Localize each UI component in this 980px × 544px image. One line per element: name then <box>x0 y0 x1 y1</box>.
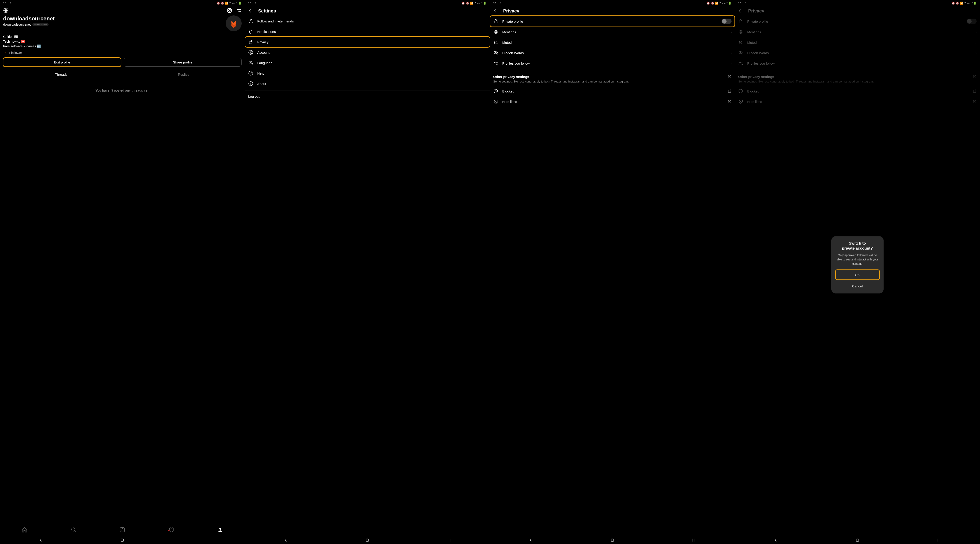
svg-rect-34 <box>611 539 614 541</box>
svg-rect-10 <box>121 539 124 541</box>
privacy-label: Hidden Words <box>503 51 524 55</box>
globe-icon[interactable] <box>3 8 9 13</box>
instagram-icon[interactable] <box>227 8 232 13</box>
privacy-item-muted[interactable]: Muted › <box>490 37 735 48</box>
dialog-title-line1: Switch to <box>835 241 880 246</box>
settings-label: Language <box>257 61 272 65</box>
settings-item-notifications[interactable]: Notifications <box>245 26 490 37</box>
tab-threads[interactable]: Threads <box>0 70 122 79</box>
dialog-body: Only approved followers will be able to … <box>835 253 880 266</box>
tab-replies[interactable]: Replies <box>122 70 245 79</box>
other-privacy-desc: Some settings, like restricting, apply t… <box>735 79 980 86</box>
privacy-item-blocked[interactable]: Blocked <box>490 86 735 96</box>
settings-item-about[interactable]: About <box>245 78 490 89</box>
svg-point-14 <box>250 19 252 21</box>
external-link-icon[interactable] <box>727 75 732 79</box>
privacy-label: Muted <box>503 41 512 44</box>
back-icon[interactable] <box>283 538 288 542</box>
settings-item-help[interactable]: Help <box>245 68 490 78</box>
edit-profile-button[interactable]: Edit profile <box>3 58 121 67</box>
settings-item-account[interactable]: Account <box>245 47 490 57</box>
dialog-ok-button[interactable]: OK <box>835 270 880 280</box>
privacy-item-mentions[interactable]: Mentions › <box>490 27 735 37</box>
heart-off-icon <box>493 99 498 104</box>
privacy-item-profiles-follow[interactable]: Profiles you follow › <box>490 58 735 68</box>
svg-point-9 <box>220 528 221 530</box>
profile-handle: downloadsourcenet <box>3 23 31 26</box>
external-link-icon <box>972 100 977 103</box>
svg-point-30 <box>495 62 496 63</box>
svg-line-33 <box>495 90 497 92</box>
privacy-item-hide-likes: Hide likes <box>735 96 980 107</box>
other-privacy-header: Other privacy settings <box>738 75 774 79</box>
svg-point-39 <box>740 31 741 33</box>
avatar[interactable] <box>226 16 242 31</box>
home-icon[interactable] <box>22 527 27 533</box>
recents-icon[interactable] <box>202 538 207 542</box>
settings-item-follow-invite[interactable]: Follow and invite friends <box>245 16 490 26</box>
back-arrow-icon[interactable] <box>493 8 499 14</box>
back-icon[interactable] <box>38 538 43 542</box>
privacy-item-hidden-words[interactable]: Hidden Words › <box>490 48 735 58</box>
settings-item-privacy[interactable]: Privacy <box>245 37 490 47</box>
compose-icon[interactable] <box>119 527 125 533</box>
private-toggle[interactable] <box>722 19 732 24</box>
status-bar: 11:07 ⏰ ⏰ 📶 ᵛᵒ ₗₜₑ₁ ᴵᴵ 🔋 <box>245 0 490 6</box>
search-icon[interactable] <box>70 527 76 533</box>
person-add-icon <box>248 19 253 24</box>
settings-label: Notifications <box>257 30 276 33</box>
home-sys-icon[interactable] <box>365 538 370 542</box>
dialog-cancel-button[interactable]: Cancel <box>835 282 880 291</box>
back-icon[interactable] <box>528 538 533 542</box>
system-nav <box>0 535 245 544</box>
settings-item-language[interactable]: Language <box>245 57 490 68</box>
chevron-right-icon: › <box>730 41 732 44</box>
home-sys-icon[interactable] <box>120 538 125 542</box>
status-time: 11:07 <box>248 2 256 5</box>
lock-icon <box>493 19 498 24</box>
back-icon[interactable] <box>773 538 778 542</box>
settings-item-logout[interactable]: Log out <box>245 92 490 101</box>
settings-label: About <box>257 82 266 86</box>
bottom-nav <box>0 524 245 535</box>
screen-settings: 11:07 ⏰ ⏰ 📶 ᵛᵒ ₗₜₑ₁ ᴵᴵ 🔋 Settings Follow… <box>245 0 490 544</box>
recents-icon[interactable] <box>447 538 452 542</box>
svg-point-6 <box>72 528 75 531</box>
bell-off-icon <box>493 40 498 45</box>
page-title: Privacy <box>503 8 519 14</box>
people-icon <box>738 61 743 66</box>
share-profile-button[interactable]: Share profile <box>124 58 242 67</box>
recents-icon[interactable] <box>936 538 942 542</box>
home-sys-icon[interactable] <box>610 538 615 542</box>
profile-icon[interactable] <box>217 527 223 533</box>
privacy-label: Mentions <box>747 30 761 34</box>
svg-rect-45 <box>856 539 859 541</box>
privacy-item-private-profile[interactable]: Private profile <box>490 16 735 27</box>
svg-point-2 <box>229 10 230 11</box>
privacy-label: Hide likes <box>747 100 762 103</box>
status-time: 11:07 <box>493 2 501 5</box>
eye-off-icon <box>493 50 498 55</box>
svg-rect-23 <box>366 539 369 541</box>
privacy-item-hidden-words: Hidden Words › <box>735 48 980 58</box>
privacy-label: Profiles you follow <box>503 62 530 65</box>
external-link-icon <box>727 89 732 93</box>
lock-icon <box>738 19 743 24</box>
account-icon <box>248 50 253 55</box>
home-sys-icon[interactable] <box>855 538 860 542</box>
privacy-label: Profiles you follow <box>747 62 775 65</box>
status-icons: ⏰ ⏰ 📶 ᵛᵒ ₗₜₑ₁ ᴵᴵ 🔋 <box>706 2 732 5</box>
followers-count[interactable]: 1 follower <box>8 51 22 55</box>
back-arrow-icon[interactable] <box>248 8 254 14</box>
settings-label: Account <box>257 51 270 54</box>
privacy-label: Blocked <box>747 89 759 93</box>
system-nav <box>245 535 490 544</box>
info-icon <box>248 81 253 86</box>
privacy-item-hide-likes[interactable]: Hide likes <box>490 96 735 107</box>
recents-icon[interactable] <box>691 538 696 542</box>
privacy-item-mentions: Mentions › <box>735 27 980 37</box>
status-bar: 11:07 ⏰ ⏰ 📶 ᵛᵒ ₗₜₑ₁ ᴵᴵ 🔋 <box>0 0 245 6</box>
status-icons: ⏰ ⏰ 📶 ᵛᵒ ₗₜₑ₁ ᴵᴵ 🔋 <box>461 2 487 5</box>
menu-icon[interactable] <box>236 8 242 13</box>
activity-icon[interactable] <box>169 527 174 533</box>
